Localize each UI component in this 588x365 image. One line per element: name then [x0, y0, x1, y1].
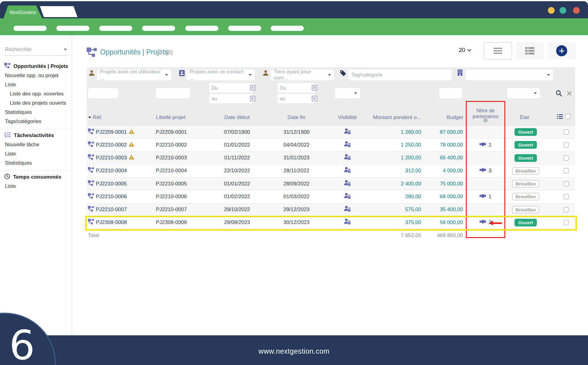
- row-checkbox[interactable]: [564, 129, 569, 135]
- table-row-highlighted[interactable]: PJ2308-0008PJ2308-000828/08/202330/12/20…: [87, 216, 575, 229]
- filter-etat-select[interactable]: [507, 88, 540, 99]
- filter-datefin-from-input[interactable]: [277, 83, 315, 93]
- column-header-datedebut[interactable]: Date début: [219, 114, 255, 121]
- visibility-lock-icon: [344, 180, 351, 188]
- calendar-icon[interactable]: [250, 85, 255, 92]
- sidebar-item[interactable]: Liste des opp. ouvertes: [0, 89, 72, 99]
- brand-tab[interactable]: NextGestion: [3, 6, 43, 20]
- filter-visibilite-select[interactable]: [335, 88, 360, 99]
- row-checkbox[interactable]: [564, 142, 569, 147]
- row-checkbox[interactable]: [564, 194, 569, 199]
- ref-link[interactable]: PJ2210-0002: [96, 142, 127, 148]
- table-row[interactable]: PJ2210-0005PJ2210-000501/01/202228/09/20…: [87, 177, 575, 190]
- column-header-montant[interactable]: Montant pondéré o...: [361, 114, 421, 121]
- ref-link[interactable]: PJ2210-0003: [96, 155, 127, 161]
- sidebar-item[interactable]: Liste: [0, 182, 72, 191]
- search-icon[interactable]: [556, 90, 562, 98]
- list-options-icon[interactable]: [557, 114, 563, 121]
- search-input[interactable]: [4, 46, 61, 53]
- info-icon[interactable]: i: [483, 118, 488, 122]
- ref-cell[interactable]: PJ2210-0005: [88, 177, 127, 190]
- libelle-cell: PJ2308-0008: [156, 216, 187, 229]
- nav-item-placeholder[interactable]: [56, 26, 89, 31]
- filter-tag-input[interactable]: [348, 69, 452, 80]
- column-header-budget[interactable]: Budget: [417, 114, 463, 121]
- filter-datefin-to-input[interactable]: [277, 94, 315, 103]
- filter-company-select[interactable]: [466, 69, 553, 80]
- row-checkbox[interactable]: [564, 155, 569, 161]
- secondary-tab-placeholder[interactable]: [40, 6, 77, 17]
- ref-link[interactable]: PJ2210-0006: [96, 194, 127, 200]
- list-view-button[interactable]: [484, 42, 512, 59]
- sidebar-item[interactable]: Statistiques: [0, 108, 72, 117]
- table-row[interactable]: PJ2210-0004PJ2210-000422/10/202228/11/20…: [87, 165, 575, 177]
- ref-link[interactable]: PJ2209-0001: [96, 129, 127, 135]
- ref-cell[interactable]: PJ2308-0008: [88, 216, 127, 229]
- sidebar-item[interactable]: Liste des projets ouverts: [0, 99, 72, 108]
- column-header-datefin[interactable]: Date fin: [278, 114, 315, 121]
- table-row[interactable]: PJ2210-0002PJ2210-000201/01/202204/04/20…: [87, 139, 575, 151]
- filter-contact-select[interactable]: Projets avec ce contact ...: [187, 69, 255, 80]
- calendar-icon[interactable]: [312, 96, 317, 102]
- row-checkbox[interactable]: [564, 181, 569, 186]
- sidebar-item[interactable]: Tags/catégories: [0, 117, 72, 126]
- sidebar-item[interactable]: Statistiques: [0, 158, 72, 168]
- ref-link[interactable]: PJ2210-0007: [96, 207, 127, 213]
- nav-item-placeholder[interactable]: [185, 26, 218, 31]
- column-header-partenaires[interactable]: Nbre de: [466, 108, 505, 114]
- filter-datedebut-from-input[interactable]: [209, 83, 253, 93]
- grid-view-button[interactable]: [516, 42, 544, 59]
- sidebar-section-1-title[interactable]: Tâches/activités: [0, 131, 72, 140]
- checkbox-cell: [564, 203, 570, 216]
- nav-item-placeholder[interactable]: [228, 26, 261, 31]
- sidebar-item[interactable]: Nouvelle opp. ou projet: [0, 71, 72, 80]
- ref-cell[interactable]: PJ2209-0001: [88, 126, 134, 138]
- add-record-button[interactable]: [548, 42, 576, 59]
- ref-link[interactable]: PJ2210-0005: [96, 181, 127, 187]
- ref-cell[interactable]: PJ2210-0002: [88, 139, 134, 151]
- ref-link[interactable]: PJ2210-0004: [96, 168, 127, 174]
- chevron-down-icon[interactable]: [64, 49, 67, 50]
- close-icon[interactable]: [567, 91, 572, 97]
- calendar-icon[interactable]: [312, 85, 317, 92]
- table-row[interactable]: PJ2210-0003PJ2210-000301/11/202231/01/20…: [87, 152, 575, 165]
- page-size-select[interactable]: 20: [459, 47, 471, 54]
- column-header-etat[interactable]: État: [506, 114, 543, 121]
- column-header-ref[interactable]: Réf.: [88, 114, 102, 121]
- sidebar-item[interactable]: Liste: [0, 149, 72, 158]
- filter-datedebut-to-input[interactable]: [209, 94, 253, 103]
- filter-ref-input[interactable]: [88, 88, 118, 99]
- column-header-libelle[interactable]: Libellé projet: [156, 114, 185, 121]
- table-row[interactable]: PJ2210-0006PJ2210-000601/02/202201/03/20…: [87, 190, 575, 203]
- filter-user-select[interactable]: Projets avec cet utilisateur ...: [97, 69, 171, 80]
- partenaires-cell: [466, 152, 505, 164]
- nav-item-placeholder[interactable]: [271, 26, 304, 31]
- table-row[interactable]: PJ2210-0007PJ2210-000729/10/202229/12/20…: [87, 203, 575, 216]
- nav-item-placeholder[interactable]: [142, 26, 175, 31]
- sidebar-section-0-title[interactable]: Opportunités | Projets: [0, 62, 72, 71]
- ref-cell[interactable]: PJ2210-0003: [88, 152, 134, 164]
- filter-tiers-select[interactable]: Tiers ayant pour com...: [271, 69, 334, 80]
- nav-item-placeholder[interactable]: [99, 26, 132, 31]
- column-header-visibilite[interactable]: Visibilité: [329, 114, 366, 121]
- select-all-checkbox[interactable]: [565, 114, 571, 119]
- sidebar-item[interactable]: Nouvelle tâche: [0, 140, 72, 149]
- filter-budget-input[interactable]: [439, 88, 462, 99]
- row-checkbox[interactable]: [564, 220, 569, 225]
- sidebar-section-2-title[interactable]: Temps consommés: [0, 173, 72, 182]
- table-row[interactable]: PJ2209-0001PJ2209-000107/02/190031/12/19…: [87, 126, 575, 139]
- row-checkbox[interactable]: [564, 168, 569, 173]
- ref-link[interactable]: PJ2308-0008: [96, 219, 127, 225]
- window-control-yellow[interactable]: [548, 7, 555, 14]
- ref-cell[interactable]: PJ2210-0007: [88, 203, 127, 216]
- nav-item-placeholder[interactable]: [13, 26, 47, 31]
- calendar-icon[interactable]: [250, 96, 255, 102]
- window-control-teal[interactable]: [560, 7, 566, 14]
- sidebar-item[interactable]: Liste: [0, 80, 72, 89]
- ref-cell[interactable]: PJ2210-0006: [88, 190, 127, 203]
- info-icon[interactable]: i: [157, 50, 163, 55]
- ref-cell[interactable]: PJ2210-0004: [88, 165, 127, 177]
- row-checkbox[interactable]: [564, 207, 569, 212]
- filter-libelle-input[interactable]: [156, 88, 190, 99]
- window-control-red[interactable]: [573, 7, 580, 14]
